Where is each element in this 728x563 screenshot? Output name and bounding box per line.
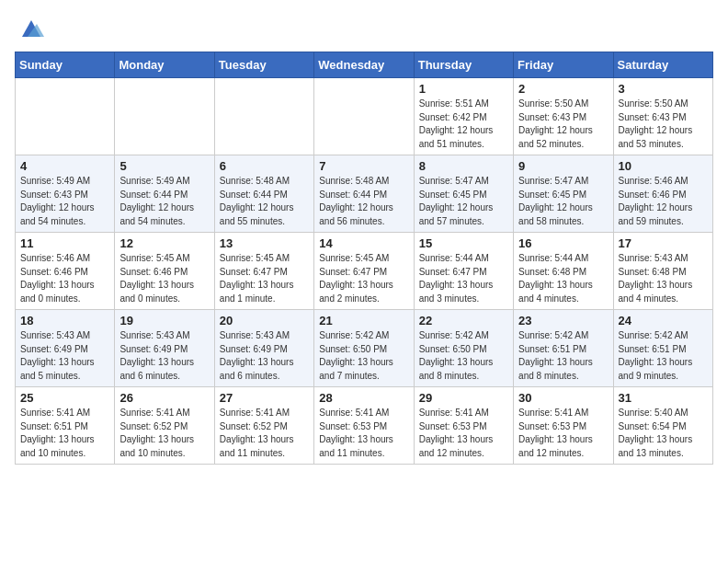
calendar-cell: 25Sunrise: 5:41 AMSunset: 6:51 PMDayligh… <box>16 387 115 465</box>
calendar-week-row: 25Sunrise: 5:41 AMSunset: 6:51 PMDayligh… <box>16 387 713 465</box>
calendar-cell: 12Sunrise: 5:45 AMSunset: 6:46 PMDayligh… <box>115 233 214 310</box>
day-number: 17 <box>619 236 708 250</box>
calendar-week-row: 18Sunrise: 5:43 AMSunset: 6:49 PMDayligh… <box>16 310 713 387</box>
day-info: Sunrise: 5:50 AMSunset: 6:43 PMDaylight:… <box>518 98 608 151</box>
day-number: 14 <box>319 236 408 250</box>
calendar-cell: 2Sunrise: 5:50 AMSunset: 6:43 PMDaylight… <box>514 78 613 155</box>
day-number: 3 <box>619 82 708 96</box>
day-info: Sunrise: 5:47 AMSunset: 6:45 PMDaylight:… <box>419 175 508 228</box>
weekday-header: Monday <box>115 52 214 78</box>
calendar-cell: 4Sunrise: 5:49 AMSunset: 6:43 PMDaylight… <box>16 155 115 233</box>
calendar-cell: 5Sunrise: 5:49 AMSunset: 6:44 PMDaylight… <box>115 155 214 233</box>
day-number: 18 <box>20 314 109 327</box>
weekday-header: Sunday <box>16 52 115 78</box>
day-info: Sunrise: 5:44 AMSunset: 6:48 PMDaylight:… <box>518 252 608 305</box>
calendar-cell: 26Sunrise: 5:41 AMSunset: 6:52 PMDayligh… <box>115 387 214 465</box>
day-number: 2 <box>518 82 608 96</box>
calendar-cell: 29Sunrise: 5:41 AMSunset: 6:53 PMDayligh… <box>414 387 513 465</box>
day-info: Sunrise: 5:51 AMSunset: 6:42 PMDaylight:… <box>419 98 508 151</box>
calendar-cell <box>115 78 214 155</box>
weekday-header: Saturday <box>613 52 712 78</box>
calendar-cell: 3Sunrise: 5:50 AMSunset: 6:43 PMDaylight… <box>613 78 712 155</box>
calendar-week-row: 11Sunrise: 5:46 AMSunset: 6:46 PMDayligh… <box>16 233 713 310</box>
day-number: 29 <box>419 391 508 405</box>
weekday-header: Wednesday <box>314 52 414 78</box>
weekday-header: Thursday <box>414 52 513 78</box>
day-info: Sunrise: 5:49 AMSunset: 6:44 PMDaylight:… <box>119 175 209 228</box>
day-info: Sunrise: 5:42 AMSunset: 6:51 PMDaylight:… <box>518 329 608 383</box>
day-number: 28 <box>319 391 408 405</box>
day-number: 22 <box>419 314 508 327</box>
day-number: 13 <box>220 236 309 250</box>
day-number: 27 <box>220 391 309 405</box>
calendar-cell: 19Sunrise: 5:43 AMSunset: 6:49 PMDayligh… <box>115 310 214 387</box>
day-info: Sunrise: 5:42 AMSunset: 6:50 PMDaylight:… <box>319 329 408 383</box>
day-info: Sunrise: 5:43 AMSunset: 6:49 PMDaylight:… <box>119 329 209 383</box>
calendar-cell: 23Sunrise: 5:42 AMSunset: 6:51 PMDayligh… <box>514 310 613 387</box>
day-number: 1 <box>419 82 508 96</box>
calendar-cell: 1Sunrise: 5:51 AMSunset: 6:42 PMDaylight… <box>414 78 513 155</box>
calendar-cell <box>16 78 115 155</box>
weekday-header: Tuesday <box>214 52 313 78</box>
day-info: Sunrise: 5:46 AMSunset: 6:46 PMDaylight:… <box>619 175 708 228</box>
day-number: 7 <box>319 159 408 173</box>
page-header <box>15 15 713 40</box>
day-info: Sunrise: 5:41 AMSunset: 6:53 PMDaylight:… <box>419 407 508 460</box>
day-number: 31 <box>619 391 708 405</box>
calendar-cell <box>214 78 313 155</box>
calendar-cell: 27Sunrise: 5:41 AMSunset: 6:52 PMDayligh… <box>214 387 313 465</box>
day-info: Sunrise: 5:41 AMSunset: 6:53 PMDaylight:… <box>319 407 408 460</box>
day-number: 12 <box>119 236 209 250</box>
calendar-cell: 13Sunrise: 5:45 AMSunset: 6:47 PMDayligh… <box>214 233 313 310</box>
day-info: Sunrise: 5:43 AMSunset: 6:49 PMDaylight:… <box>20 329 109 383</box>
day-info: Sunrise: 5:41 AMSunset: 6:52 PMDaylight:… <box>119 407 209 460</box>
calendar-cell: 24Sunrise: 5:42 AMSunset: 6:51 PMDayligh… <box>613 310 712 387</box>
day-info: Sunrise: 5:48 AMSunset: 6:44 PMDaylight:… <box>220 175 309 228</box>
day-info: Sunrise: 5:45 AMSunset: 6:46 PMDaylight:… <box>119 252 209 305</box>
weekday-header: Friday <box>514 52 613 78</box>
day-info: Sunrise: 5:41 AMSunset: 6:53 PMDaylight:… <box>518 407 608 460</box>
day-info: Sunrise: 5:43 AMSunset: 6:48 PMDaylight:… <box>619 252 708 305</box>
logo <box>15 15 44 40</box>
day-number: 30 <box>518 391 608 405</box>
calendar-cell: 10Sunrise: 5:46 AMSunset: 6:46 PMDayligh… <box>613 155 712 233</box>
day-number: 23 <box>518 314 608 327</box>
calendar-cell: 18Sunrise: 5:43 AMSunset: 6:49 PMDayligh… <box>16 310 115 387</box>
calendar-cell: 16Sunrise: 5:44 AMSunset: 6:48 PMDayligh… <box>514 233 613 310</box>
calendar-cell: 22Sunrise: 5:42 AMSunset: 6:50 PMDayligh… <box>414 310 513 387</box>
day-info: Sunrise: 5:40 AMSunset: 6:54 PMDaylight:… <box>619 407 708 460</box>
calendar-cell: 17Sunrise: 5:43 AMSunset: 6:48 PMDayligh… <box>613 233 712 310</box>
day-number: 8 <box>419 159 508 173</box>
calendar-cell: 9Sunrise: 5:47 AMSunset: 6:45 PMDaylight… <box>514 155 613 233</box>
calendar-cell: 30Sunrise: 5:41 AMSunset: 6:53 PMDayligh… <box>514 387 613 465</box>
day-info: Sunrise: 5:43 AMSunset: 6:49 PMDaylight:… <box>220 329 309 383</box>
day-number: 26 <box>119 391 209 405</box>
day-number: 9 <box>518 159 608 173</box>
day-info: Sunrise: 5:42 AMSunset: 6:50 PMDaylight:… <box>419 329 508 383</box>
day-number: 19 <box>119 314 209 327</box>
day-info: Sunrise: 5:41 AMSunset: 6:51 PMDaylight:… <box>20 407 109 460</box>
day-number: 25 <box>20 391 109 405</box>
day-info: Sunrise: 5:46 AMSunset: 6:46 PMDaylight:… <box>20 252 109 305</box>
day-number: 16 <box>518 236 608 250</box>
logo-icon <box>18 15 44 40</box>
day-number: 24 <box>619 314 708 327</box>
calendar-cell: 7Sunrise: 5:48 AMSunset: 6:44 PMDaylight… <box>314 155 414 233</box>
day-number: 4 <box>20 159 109 173</box>
day-number: 6 <box>220 159 309 173</box>
day-number: 20 <box>220 314 309 327</box>
day-number: 5 <box>119 159 209 173</box>
calendar-cell: 28Sunrise: 5:41 AMSunset: 6:53 PMDayligh… <box>314 387 414 465</box>
calendar-cell: 15Sunrise: 5:44 AMSunset: 6:47 PMDayligh… <box>414 233 513 310</box>
calendar-cell <box>314 78 414 155</box>
day-info: Sunrise: 5:45 AMSunset: 6:47 PMDaylight:… <box>220 252 309 305</box>
day-number: 15 <box>419 236 508 250</box>
calendar-cell: 21Sunrise: 5:42 AMSunset: 6:50 PMDayligh… <box>314 310 414 387</box>
calendar-week-row: 4Sunrise: 5:49 AMSunset: 6:43 PMDaylight… <box>16 155 713 233</box>
calendar-week-row: 1Sunrise: 5:51 AMSunset: 6:42 PMDaylight… <box>16 78 713 155</box>
calendar-table: SundayMondayTuesdayWednesdayThursdayFrid… <box>15 52 713 465</box>
calendar-cell: 20Sunrise: 5:43 AMSunset: 6:49 PMDayligh… <box>214 310 313 387</box>
day-info: Sunrise: 5:47 AMSunset: 6:45 PMDaylight:… <box>518 175 608 228</box>
day-info: Sunrise: 5:45 AMSunset: 6:47 PMDaylight:… <box>319 252 408 305</box>
weekday-header-row: SundayMondayTuesdayWednesdayThursdayFrid… <box>16 52 713 78</box>
